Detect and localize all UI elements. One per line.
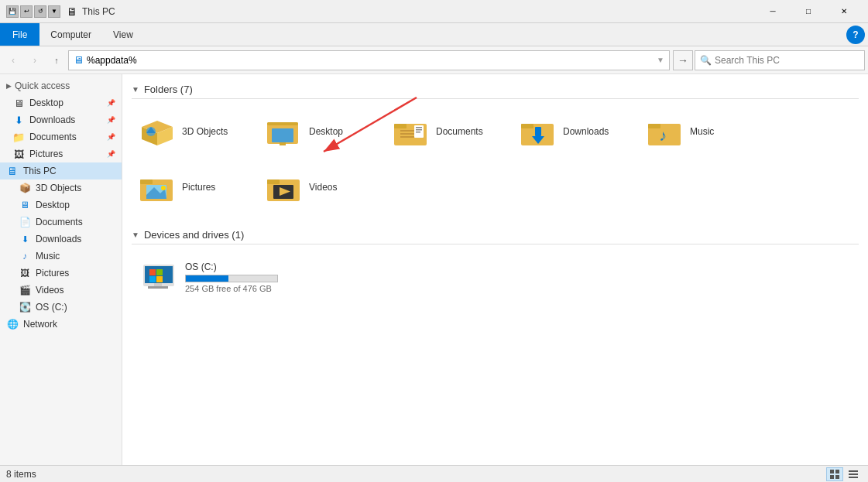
- folder-videos[interactable]: Videos: [259, 161, 383, 214]
- title-folder-icon: 🖥: [67, 5, 77, 18]
- svg-rect-46: [830, 475, 834, 479]
- svg-rect-42: [149, 276, 156, 282]
- sidebar-item-3dobjects[interactable]: 📦 3D Objects: [0, 179, 122, 197]
- sidebar-item-network[interactable]: 🌐 Network: [0, 316, 122, 333]
- sidebar-item-pictures-pc[interactable]: 🖼 Pictures: [0, 265, 122, 282]
- folder-pictures[interactable]: Pictures: [132, 161, 256, 214]
- folders-chevron-icon: ▼: [132, 85, 139, 94]
- folder-documents-label: Documents: [436, 126, 483, 137]
- os-c-icon: 💽: [19, 301, 31, 313]
- pin-icon: 📌: [107, 99, 115, 107]
- svg-rect-50: [849, 477, 858, 478]
- sidebar-item-pictures-quick[interactable]: 🖼 Pictures 📌: [0, 145, 122, 162]
- content-pane: ▼ Folders (7) 3D Objects: [122, 74, 868, 465]
- folder-music[interactable]: ♪ Music: [640, 105, 763, 158]
- drives-section-header[interactable]: ▼ Devices and drives (1): [132, 226, 859, 244]
- folder-desktop[interactable]: Desktop: [259, 105, 383, 158]
- status-bar: 8 items: [0, 465, 868, 482]
- navigation-bar: ‹ › ↑ 🖥 ▼ → 🔍: [0, 46, 868, 74]
- folder-3dobjects-label: 3D Objects: [182, 126, 228, 137]
- folder-music-icon: ♪: [647, 116, 684, 147]
- folder-downloads[interactable]: Downloads: [513, 105, 636, 158]
- menu-file[interactable]: File: [0, 23, 39, 46]
- svg-rect-49: [849, 473, 858, 475]
- title-bar-icon-3: ↺: [34, 5, 46, 18]
- address-bar[interactable]: 🖥 ▼: [68, 50, 670, 70]
- svg-rect-22: [535, 127, 541, 136]
- sidebar-item-this-pc[interactable]: 🖥 This PC: [0, 162, 122, 179]
- sidebar-item-desktop-quick[interactable]: 🖥 Desktop 📌: [0, 94, 122, 111]
- folder-3dobjects[interactable]: 3D Objects: [132, 105, 256, 158]
- sidebar: ▶ Quick access 🖥 Desktop 📌 ⬇ Downloads 📌…: [0, 74, 122, 465]
- title-bar: 💾 ↩ ↺ ▼ 🖥 This PC ─ □ ✕: [0, 0, 868, 23]
- folder-music-label: Music: [690, 126, 714, 137]
- sidebar-item-documents-pc[interactable]: 📄 Documents: [0, 214, 122, 231]
- pictures-icon: 🖼: [12, 148, 25, 160]
- help-button[interactable]: ?: [846, 26, 865, 44]
- svg-rect-8: [267, 122, 298, 125]
- drive-space-label: 254 GB free of 476 GB: [185, 284, 278, 293]
- sidebar-item-music-pc[interactable]: ♪ Music: [0, 248, 122, 265]
- close-button[interactable]: ✕: [826, 0, 862, 23]
- music-pc-icon: ♪: [19, 250, 31, 262]
- svg-rect-47: [835, 475, 839, 479]
- drive-progress-bar: [185, 275, 278, 282]
- drive-os-c[interactable]: OS (C:) 254 GB free of 476 GB: [132, 251, 286, 303]
- menu-view[interactable]: View: [102, 23, 144, 46]
- refresh-button[interactable]: →: [673, 50, 693, 70]
- view-buttons: [826, 467, 862, 481]
- search-input[interactable]: [715, 55, 859, 66]
- sidebar-pictures-pc-label: Pictures: [36, 268, 69, 279]
- documents-icon: 📁: [12, 131, 25, 143]
- sidebar-network-label: Network: [23, 319, 57, 330]
- svg-rect-44: [830, 470, 834, 473]
- this-pc-label: This PC: [23, 166, 57, 176]
- sidebar-os-c-label: OS (C:): [36, 302, 67, 313]
- large-icon-view-icon: [829, 469, 840, 480]
- search-bar[interactable]: 🔍: [695, 50, 865, 70]
- downloads-pc-icon: ⬇: [19, 233, 31, 245]
- svg-rect-9: [272, 128, 293, 142]
- svg-rect-12: [394, 124, 407, 128]
- sidebar-music-pc-label: Music: [36, 251, 60, 262]
- status-items: 8 items: [6, 469, 36, 480]
- sidebar-item-downloads-quick[interactable]: ⬇ Downloads 📌: [0, 111, 122, 128]
- this-pc-icon: 🖥: [6, 165, 19, 177]
- window-title: This PC: [82, 6, 755, 17]
- desktop-icon: 🖥: [12, 97, 25, 109]
- address-dropdown-icon[interactable]: ▼: [657, 56, 664, 64]
- sidebar-item-videos-pc[interactable]: 🎬 Videos: [0, 282, 122, 299]
- address-computer-icon: 🖥: [74, 54, 84, 66]
- title-bar-dropdown[interactable]: ▼: [48, 5, 60, 18]
- minimize-button[interactable]: ─: [755, 0, 791, 23]
- address-input[interactable]: [87, 55, 657, 66]
- sidebar-quick-access-header[interactable]: ▶ Quick access: [0, 77, 122, 94]
- svg-rect-28: [140, 179, 153, 184]
- title-bar-icon-2: ↩: [20, 5, 33, 18]
- folder-downloads-icon: [520, 116, 557, 147]
- svg-rect-41: [156, 269, 163, 275]
- back-button[interactable]: ‹: [3, 50, 23, 70]
- drive-name: OS (C:): [185, 262, 278, 272]
- sidebar-item-os-c[interactable]: 💽 OS (C:): [0, 299, 122, 316]
- quick-access-label: Quick access: [15, 80, 70, 91]
- sidebar-item-desktop-pc[interactable]: 🖥 Desktop: [0, 197, 122, 214]
- sidebar-3dobjects-label: 3D Objects: [36, 183, 81, 193]
- 3dobjects-icon: 📦: [19, 182, 31, 194]
- sidebar-item-documents-quick[interactable]: 📁 Documents 📌: [0, 128, 122, 145]
- title-bar-quick-icons: 💾 ↩ ↺ ▼: [6, 5, 60, 18]
- folder-documents[interactable]: Documents: [386, 105, 509, 158]
- large-icon-view-button[interactable]: [826, 467, 843, 481]
- sidebar-item-downloads-pc[interactable]: ⬇ Downloads: [0, 231, 122, 248]
- svg-rect-17: [416, 127, 422, 128]
- drives-chevron-icon: ▼: [132, 231, 139, 239]
- drive-fill: [186, 275, 228, 282]
- svg-rect-43: [156, 276, 163, 282]
- menu-computer[interactable]: Computer: [39, 23, 102, 46]
- details-view-button[interactable]: [845, 467, 862, 481]
- folders-section-header[interactable]: ▼ Folders (7): [132, 80, 859, 99]
- up-button[interactable]: ↑: [46, 50, 67, 70]
- folder-pictures-icon: [139, 172, 176, 203]
- maximize-button[interactable]: □: [791, 0, 826, 23]
- forward-button[interactable]: ›: [25, 50, 45, 70]
